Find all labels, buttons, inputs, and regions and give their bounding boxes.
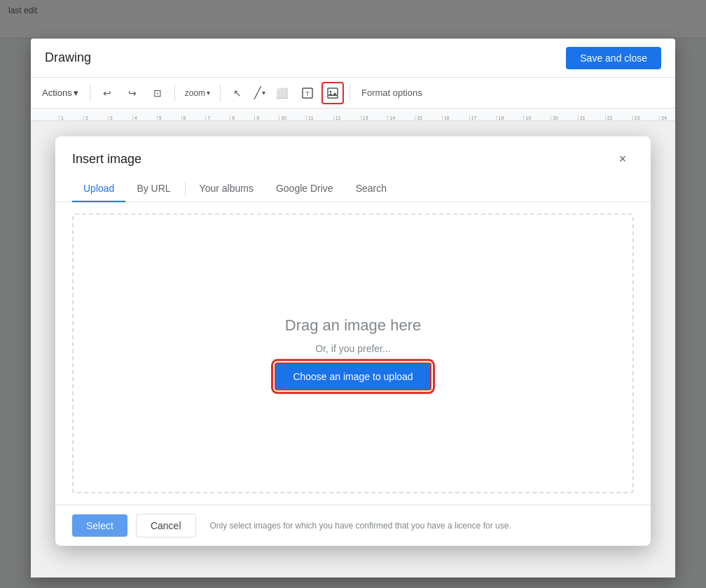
save-close-button[interactable]: Save and close bbox=[566, 47, 661, 69]
select-button[interactable]: Select bbox=[72, 514, 127, 537]
dialog-close-button[interactable]: × bbox=[611, 148, 634, 170]
insert-image-dialog: Insert image × Upload By URL Your albums… bbox=[55, 136, 651, 546]
svg-point-3 bbox=[329, 90, 331, 92]
insert-image-icon bbox=[326, 87, 339, 99]
svg-rect-2 bbox=[328, 88, 338, 98]
actions-label: Actions bbox=[42, 88, 72, 98]
zoom-button[interactable]: zoom ▾ bbox=[181, 82, 214, 104]
tab-google-drive[interactable]: Google Drive bbox=[265, 176, 345, 202]
ruler-mark: 2 bbox=[83, 115, 88, 120]
ruler-mark: 11 bbox=[306, 115, 314, 120]
drawing-title: Drawing bbox=[45, 50, 91, 65]
cancel-button[interactable]: Cancel bbox=[136, 514, 196, 538]
cursor-button[interactable]: ↖ bbox=[226, 82, 249, 104]
tab-separator bbox=[185, 181, 186, 195]
tab-by-url[interactable]: By URL bbox=[125, 176, 181, 202]
dialog-tabs: Upload By URL Your albums Google Drive S… bbox=[55, 176, 651, 202]
expand-button[interactable]: ⊡ bbox=[146, 82, 169, 104]
ruler-mark: 6 bbox=[181, 115, 186, 120]
cursor-icon: ↖ bbox=[233, 88, 242, 99]
format-options-label: Format options bbox=[361, 88, 422, 98]
ruler-mark: 9 bbox=[254, 115, 259, 120]
ruler-mark: 24 bbox=[659, 115, 667, 120]
dialog-title: Insert image bbox=[72, 151, 141, 166]
drawing-header: Drawing Save and close bbox=[31, 38, 675, 78]
zoom-label: zoom bbox=[185, 88, 205, 98]
dialog-body: Drag an image here Or, if you prefer... … bbox=[55, 202, 651, 505]
ruler-mark: 3 bbox=[108, 115, 113, 120]
text-box-icon: T bbox=[301, 87, 314, 99]
dialog-header: Insert image × bbox=[55, 136, 651, 170]
ruler-mark: 12 bbox=[333, 115, 341, 120]
actions-button[interactable]: Actions ▾ bbox=[36, 85, 84, 101]
undo-button[interactable]: ↩ bbox=[96, 82, 118, 104]
drawing-toolbar: Actions ▾ ↩ ↪ ⊡ zoom ▾ ↖ ╱ ▾ ⬜ bbox=[31, 78, 675, 108]
ruler-mark: 5 bbox=[157, 115, 162, 120]
ruler-mark: 1 bbox=[59, 115, 64, 120]
ruler-mark: 22 bbox=[605, 115, 613, 120]
line-button[interactable]: ╱ ▾ bbox=[251, 82, 268, 104]
choose-image-button[interactable]: Choose an image to upload bbox=[275, 363, 431, 391]
drawing-canvas-area: Insert image × Upload By URL Your albums… bbox=[31, 121, 675, 578]
ruler-marks: 1 2 3 4 5 6 7 8 9 10 11 12 13 14 15 16 1… bbox=[59, 108, 675, 120]
ruler-mark: 17 bbox=[469, 115, 477, 120]
drawing-ruler: 1 2 3 4 5 6 7 8 9 10 11 12 13 14 15 16 1… bbox=[31, 108, 675, 121]
upload-dropzone: Drag an image here Or, if you prefer... … bbox=[72, 214, 634, 493]
ruler-mark: 10 bbox=[279, 115, 286, 120]
svg-text:T: T bbox=[305, 90, 310, 97]
dialog-footer: Select Cancel Only select images for whi… bbox=[55, 505, 651, 546]
dropzone-main-text: Drag an image here bbox=[285, 316, 421, 335]
expand-icon: ⊡ bbox=[153, 88, 162, 99]
shape-button[interactable]: ⬜ bbox=[271, 82, 293, 104]
ruler-mark: 15 bbox=[415, 115, 422, 120]
footer-note: Only select images for which you have co… bbox=[210, 521, 511, 531]
ruler-mark: 13 bbox=[361, 115, 368, 120]
image-button[interactable] bbox=[321, 82, 344, 104]
toolbar-divider-1 bbox=[90, 85, 90, 102]
tab-upload[interactable]: Upload bbox=[72, 176, 125, 202]
zoom-arrow: ▾ bbox=[207, 89, 210, 97]
tab-search[interactable]: Search bbox=[345, 176, 398, 202]
drawing-window: Drawing Save and close Actions ▾ ↩ ↪ ⊡ z… bbox=[31, 38, 675, 578]
tab-your-albums[interactable]: Your albums bbox=[188, 176, 265, 202]
format-options-button[interactable]: Format options bbox=[356, 82, 428, 104]
toolbar-divider-4 bbox=[349, 85, 350, 102]
dropzone-sub-text: Or, if you prefer... bbox=[315, 343, 390, 354]
shape-icon: ⬜ bbox=[276, 88, 288, 99]
text-box-button[interactable]: T bbox=[296, 82, 319, 104]
line-arrow: ▾ bbox=[262, 89, 265, 97]
actions-arrow: ▾ bbox=[74, 88, 78, 98]
ruler-mark: 8 bbox=[230, 115, 235, 120]
ruler-mark: 19 bbox=[523, 115, 531, 120]
ruler-mark: 14 bbox=[387, 115, 395, 120]
ruler-mark: 20 bbox=[551, 115, 558, 120]
toolbar-divider-2 bbox=[174, 85, 175, 102]
toolbar-divider-3 bbox=[220, 85, 221, 102]
ruler-mark: 21 bbox=[578, 115, 586, 120]
ruler-mark: 23 bbox=[632, 115, 640, 120]
redo-icon: ↪ bbox=[128, 88, 137, 99]
line-icon: ╱ bbox=[254, 86, 261, 99]
ruler-mark: 18 bbox=[497, 115, 504, 120]
ruler-mark: 16 bbox=[442, 115, 450, 120]
undo-icon: ↩ bbox=[103, 88, 111, 99]
ruler-mark: 7 bbox=[205, 115, 210, 120]
redo-button[interactable]: ↪ bbox=[121, 82, 144, 104]
ruler-mark: 4 bbox=[132, 115, 137, 120]
